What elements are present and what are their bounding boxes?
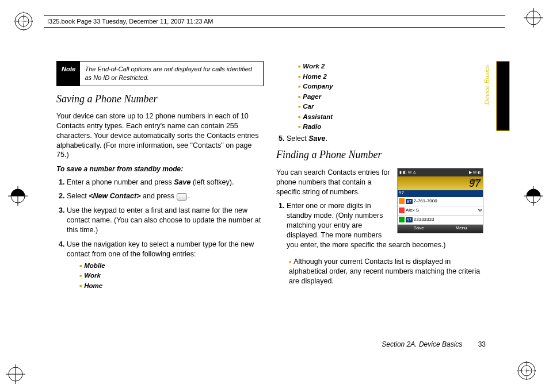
- saving-step-1: Enter a phone number and press Save (lef…: [67, 178, 264, 187]
- softkey-left: Save: [413, 225, 424, 232]
- type-pager: Pager: [298, 93, 483, 102]
- type-radio: Radio: [298, 122, 483, 132]
- left-column: Note The End-of-Call options are not dis…: [56, 61, 264, 348]
- footer-page: 33: [478, 340, 486, 348]
- saving-steps-cont: Select Save.: [276, 134, 483, 144]
- heading-saving: Saving a Phone Number: [56, 92, 264, 106]
- types-list-a: Mobile Work Home: [67, 262, 264, 291]
- page-header-stamp: I325.book Page 33 Tuesday, December 11, …: [44, 15, 505, 28]
- phone-dial-area: Sprint 97: [398, 176, 483, 190]
- header-file-text: I325.book Page 33 Tuesday, December 11, …: [47, 18, 213, 25]
- saving-step-4: Use the navigation key to select a numbe…: [67, 240, 264, 290]
- phone-result-3: 97 23333333: [398, 216, 483, 225]
- finding-sub-1: Although your current Contacts list is d…: [289, 257, 483, 286]
- finding-intro-row: ▮ ◧ ✉ ⚠▶ ✉ ◐ Sprint 97 97 97 2-761-7000 …: [276, 168, 483, 286]
- crop-mark-bottom-left: [6, 364, 25, 384]
- saving-steps: Enter a phone number and press Save (lef…: [56, 178, 264, 291]
- saving-step-3: Use the keypad to enter a first and last…: [67, 206, 264, 235]
- phone-screenshot: ▮ ◧ ✉ ⚠▶ ✉ ◐ Sprint 97 97 97 2-761-7000 …: [397, 168, 483, 233]
- crop-mark-top-right: [524, 8, 543, 28]
- crop-mark-bottom-right: [517, 361, 536, 381]
- page-footer: Section 2A. Device Basics 33: [382, 340, 486, 348]
- footer-section: Section 2A. Device Basics: [382, 340, 462, 348]
- phone-carrier: Sprint: [470, 178, 481, 183]
- alert-icon: [399, 198, 405, 204]
- saving-subhead: To save a number from standby mode:: [56, 164, 264, 174]
- softkey-right: Menu: [456, 225, 467, 232]
- type-home2: Home 2: [298, 72, 483, 82]
- saving-step-2: Select <New Contact> and press .: [67, 191, 264, 201]
- types-list-b: Work 2 Home 2 Company Pager Car Assistan…: [276, 62, 483, 132]
- note-box: Note The End-of-Call options are not dis…: [56, 61, 264, 86]
- type-company: Company: [298, 82, 483, 91]
- saving-intro: Your device can store up to 12 phone num…: [56, 112, 264, 160]
- saving-step-5: Select Save.: [287, 134, 483, 144]
- type-mobile: Mobile: [79, 262, 264, 271]
- ok-key-icon: [177, 193, 187, 201]
- section-tab: Device Basics: [496, 61, 510, 131]
- contact-icon: [399, 207, 405, 213]
- type-car: Car: [298, 102, 483, 112]
- phone-result-2: Alex S w: [398, 206, 483, 216]
- heading-finding: Finding a Phone Number: [276, 148, 483, 162]
- crop-mark-mid-left: [8, 186, 28, 206]
- type-work2: Work 2: [298, 62, 483, 71]
- type-home: Home: [79, 282, 264, 291]
- note-text: The End-of-Call options are not displaye…: [80, 62, 263, 86]
- phone-softkeys: Save Menu: [398, 225, 483, 233]
- type-assistant: Assistant: [298, 113, 483, 122]
- phone-result-1: 97 2-761-7000: [398, 197, 483, 206]
- crop-mark-top-left: [14, 11, 33, 31]
- finding-sub-bullets: Although your current Contacts list is d…: [276, 257, 483, 286]
- call-icon: [399, 217, 405, 222]
- type-work: Work: [79, 271, 264, 280]
- right-column: Work 2 Home 2 Company Pager Car Assistan…: [276, 61, 483, 348]
- note-label: Note: [57, 62, 80, 86]
- phone-status-bar: ▮ ◧ ✉ ⚠▶ ✉ ◐: [398, 168, 483, 176]
- phone-match-bar: 97: [398, 190, 483, 197]
- crop-mark-mid-right: [524, 186, 543, 206]
